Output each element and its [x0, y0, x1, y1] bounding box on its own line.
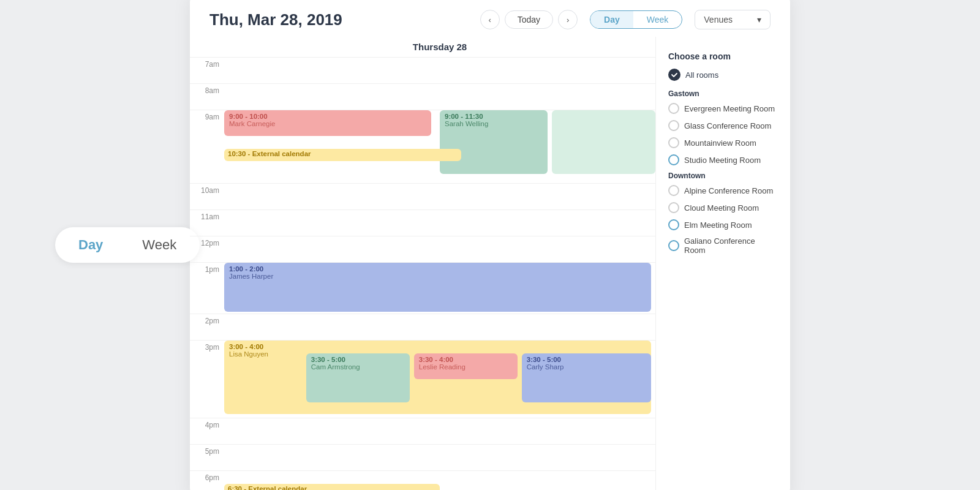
- page-wrapper: Day Week Thu, Mar 28, 2019 ‹ Today › Day…: [0, 0, 980, 490]
- time-content-1pm: 1:00 - 2:00 James Harper: [224, 263, 655, 288]
- day-column-header: Thursday 28: [190, 37, 655, 58]
- time-row: 10am: [190, 184, 655, 210]
- time-label-7am: 7am: [190, 58, 224, 69]
- week-view-button[interactable]: Week: [633, 11, 682, 28]
- event-mark-carnegie[interactable]: 9:00 - 10:00 Mark Carnegie: [224, 110, 431, 136]
- time-label-8am: 8am: [190, 84, 224, 95]
- event-person: Carly Sharp: [527, 363, 646, 371]
- time-label-10am: 10am: [190, 184, 224, 195]
- all-rooms-row[interactable]: All rooms: [668, 69, 778, 81]
- event-time: 3:30 - 5:00: [311, 356, 405, 363]
- time-row: 2pm: [190, 314, 655, 341]
- time-row: 5pm: [190, 445, 655, 471]
- room-item-cloud[interactable]: Cloud Meeting Room: [668, 202, 778, 213]
- room-label: Glass Conference Room: [684, 121, 771, 130]
- event-cam-armstrong[interactable]: 3:30 - 5:00 Cam Armstrong: [306, 353, 410, 402]
- left-day-button[interactable]: Day: [59, 231, 123, 259]
- radio-elm: [668, 219, 679, 230]
- room-item-mountainview[interactable]: Mountainview Room: [668, 137, 778, 148]
- day-view-button[interactable]: Day: [590, 11, 633, 28]
- nav-controls: ‹ Today ›: [480, 10, 578, 29]
- radio-glass: [668, 120, 679, 131]
- next-day-button[interactable]: ›: [558, 10, 578, 29]
- calendar-section: Thursday 28 7am 8am 9am: [190, 37, 655, 490]
- time-label-4pm: 4pm: [190, 418, 224, 429]
- time-content-4pm: [224, 418, 655, 444]
- event-carly-sharp[interactable]: 3:30 - 5:00 Carly Sharp: [522, 353, 651, 402]
- card-content: Thursday 28 7am 8am 9am: [190, 37, 790, 490]
- room-label: Studio Meeting Room: [684, 156, 761, 165]
- time-content-12pm: [224, 236, 655, 262]
- time-row: 8am: [190, 84, 655, 110]
- venues-label: Venues: [704, 15, 733, 24]
- event-time: 6:30 - External calendar: [228, 485, 436, 490]
- event-time: 9:00 - 11:30: [445, 113, 543, 120]
- event-person: Cam Armstrong: [311, 363, 405, 371]
- time-label-3pm: 3pm: [190, 341, 224, 352]
- time-content-6pm: 6:30 - External calendar: [224, 471, 655, 490]
- time-row: 3pm 3:00 - 4:00 Lisa Nguyen 3:30 - 5:00 …: [190, 341, 655, 418]
- room-item-elm[interactable]: Elm Meeting Room: [668, 219, 778, 230]
- room-label: Mountainview Room: [684, 138, 756, 148]
- room-item-galiano[interactable]: Galiano Conference Room: [668, 236, 778, 255]
- left-day-week-toggle: Day Week: [55, 227, 200, 263]
- time-label-2pm: 2pm: [190, 314, 224, 325]
- time-content-2pm: [224, 314, 655, 340]
- radio-galiano: [668, 240, 679, 251]
- time-row: 4pm: [190, 418, 655, 445]
- room-item-glass[interactable]: Glass Conference Room: [668, 120, 778, 131]
- prev-day-button[interactable]: ‹: [480, 10, 500, 29]
- left-week-button[interactable]: Week: [123, 231, 196, 259]
- event-sarah-welling[interactable]: 9:00 - 11:30 Sarah Welling: [440, 110, 548, 174]
- time-label-9am: 9am: [190, 110, 224, 121]
- room-label: Cloud Meeting Room: [684, 203, 759, 213]
- event-time: 1:00 - 2:00: [229, 265, 646, 273]
- radio-studio: [668, 154, 679, 165]
- radio-cloud: [668, 202, 679, 213]
- time-content-9am: 9:00 - 10:00 Mark Carnegie 9:00 - 11:30 …: [224, 110, 655, 136]
- time-label-5pm: 5pm: [190, 445, 224, 456]
- room-label: Evergreen Meeting Room: [684, 104, 775, 113]
- today-button[interactable]: Today: [505, 10, 553, 29]
- event-room-block: [552, 110, 655, 174]
- event-time: 10:30 - External calendar: [228, 150, 458, 157]
- time-row: 9am 9:00 - 10:00 Mark Carnegie 9:00 - 11…: [190, 110, 655, 184]
- event-person: Mark Carnegie: [229, 120, 426, 127]
- choose-room-title: Choose a room: [668, 51, 778, 61]
- date-title: Thu, Mar 28, 2019: [209, 10, 468, 29]
- venues-dropdown[interactable]: Venues ▾: [695, 10, 771, 29]
- time-label-11am: 11am: [190, 210, 224, 221]
- time-content-5pm: [224, 445, 655, 470]
- event-leslie-reading[interactable]: 3:30 - 4:00 Leslie Reading: [414, 353, 518, 379]
- room-label: Alpine Conference Room: [684, 186, 773, 195]
- event-person: Leslie Reading: [419, 363, 513, 371]
- time-row: 7am: [190, 58, 655, 84]
- time-row: 1pm 1:00 - 2:00 James Harper: [190, 263, 655, 314]
- radio-evergreen: [668, 103, 679, 114]
- event-person: James Harper: [229, 273, 646, 280]
- event-time: 9:00 - 10:00: [229, 113, 426, 120]
- room-item-evergreen[interactable]: Evergreen Meeting Room: [668, 103, 778, 114]
- time-content-11am: [224, 210, 655, 236]
- event-person: Sarah Welling: [445, 120, 543, 127]
- time-content-8am: [224, 84, 655, 110]
- time-label-6pm: 6pm: [190, 471, 224, 482]
- event-james-harper[interactable]: 1:00 - 2:00 James Harper: [224, 263, 651, 312]
- time-content-10am: [224, 184, 655, 209]
- group-title-downtown: Downtown: [668, 172, 778, 180]
- room-item-studio[interactable]: Studio Meeting Room: [668, 154, 778, 165]
- room-sidebar: Choose a room All rooms Gastown Evergree…: [655, 37, 790, 490]
- event-time: 3:00 - 4:00: [229, 343, 646, 350]
- time-content-7am: [224, 58, 655, 83]
- radio-mountainview: [668, 137, 679, 148]
- time-row: 11am: [190, 210, 655, 236]
- room-label: Galiano Conference Room: [684, 236, 778, 255]
- main-calendar-card: Thu, Mar 28, 2019 ‹ Today › Day Week Ven…: [190, 0, 790, 490]
- event-time: 3:30 - 5:00: [527, 356, 646, 363]
- time-grid: 7am 8am 9am 9:00 - 10:0: [190, 58, 655, 490]
- event-external-1030[interactable]: 10:30 - External calendar: [224, 149, 461, 161]
- room-item-alpine[interactable]: Alpine Conference Room: [668, 185, 778, 196]
- time-label-12pm: 12pm: [190, 236, 224, 247]
- event-external-630[interactable]: 6:30 - External calendar: [224, 484, 440, 490]
- room-label: Elm Meeting Room: [684, 221, 752, 230]
